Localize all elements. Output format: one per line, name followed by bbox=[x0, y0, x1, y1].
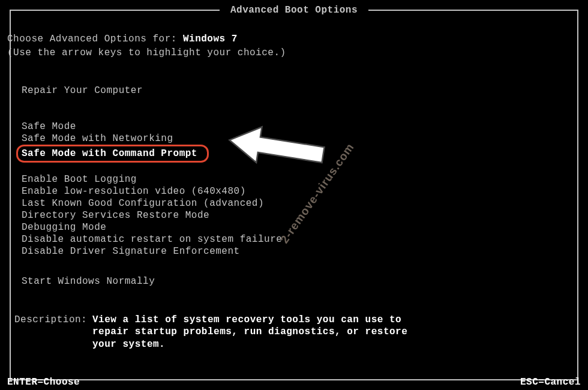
footer-esc: ESC=Cancel bbox=[520, 376, 581, 389]
footer-enter: ENTER=Choose bbox=[7, 376, 80, 389]
screen-frame bbox=[10, 10, 578, 380]
footer-bar: ENTER=Choose ESC=Cancel bbox=[7, 376, 581, 389]
page-title-wrapper: Advanced Boot Options bbox=[220, 4, 368, 17]
page-title: Advanced Boot Options bbox=[226, 5, 362, 16]
